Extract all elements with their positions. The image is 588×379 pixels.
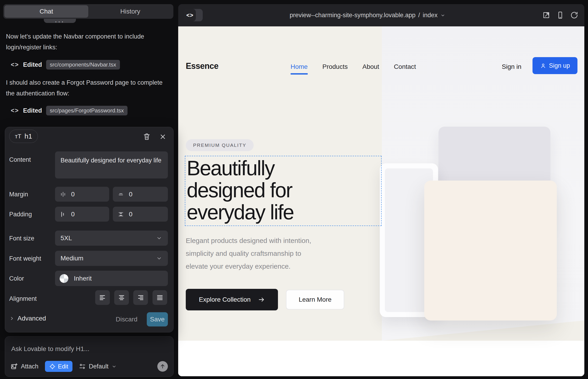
padding-y-input[interactable]: 0 (113, 207, 168, 222)
nav-contact[interactable]: Contact (394, 63, 416, 70)
hero-paragraph-line: simplicity and quality craftsmanship to (186, 247, 311, 260)
element-editor-panel: ᴛT h1 Content Beautifully designed for e… (5, 127, 174, 332)
close-icon (159, 133, 167, 141)
hero-heading-line: Beautifully (187, 157, 382, 179)
preview-browser-frame: <> preview--charming-site-symphony.lovab… (178, 4, 584, 376)
refresh-icon (570, 11, 578, 19)
composer-toolbar: Attach Edit Default (11, 360, 168, 372)
site-logo[interactable]: Essence (186, 61, 218, 71)
padding-label: Padding (9, 211, 32, 218)
align-left-button[interactable] (95, 290, 110, 305)
typography-icon: ᴛT (15, 133, 21, 140)
margin-vertical-icon (117, 191, 124, 198)
padding-vertical-icon (117, 211, 124, 218)
user-icon (540, 63, 546, 69)
align-center-icon (118, 294, 125, 301)
padding-x-value: 0 (71, 211, 75, 218)
edited-label: Edited (23, 61, 42, 68)
edited-label: Edited (23, 107, 42, 114)
font-weight-select[interactable]: Medium (55, 251, 168, 266)
close-editor-button[interactable] (158, 132, 167, 141)
url-page: index (423, 12, 438, 19)
browser-toolbar: <> preview--charming-site-symphony.lovab… (178, 4, 584, 26)
attach-button[interactable]: Attach (11, 363, 39, 370)
tab-chat[interactable]: Chat (4, 5, 88, 18)
target-icon (49, 363, 56, 370)
font-weight-value: Medium (61, 255, 83, 262)
nav-about[interactable]: About (362, 63, 379, 70)
margin-y-value: 0 (129, 191, 133, 198)
file-chip-navbar[interactable]: src/components/Navbar.tsx (46, 60, 120, 69)
discard-button[interactable]: Discard (115, 316, 138, 323)
premium-quality-badge: PREMIUM QUALITY (186, 139, 254, 151)
decorative-card-cream (424, 181, 557, 320)
sign-up-button[interactable]: Sign up (532, 57, 577, 74)
site-preview: Essence Home Products About Contact Sign… (178, 26, 584, 376)
mobile-view-button[interactable] (556, 11, 564, 19)
open-external-button[interactable] (542, 11, 550, 19)
advanced-toggle[interactable]: Advanced (9, 315, 46, 322)
lovable-app: ... Chat History Now let's update the Na… (0, 0, 588, 379)
font-size-select[interactable]: 5XL (55, 231, 168, 246)
code-icon: <> (11, 61, 19, 68)
hero-paragraph-line: Elegant products designed with intention… (186, 234, 311, 247)
chat-composer: Ask Lovable to modify H1... Attach Edit … (5, 336, 174, 377)
chevron-right-icon (9, 316, 15, 321)
color-label: Color (9, 275, 24, 282)
mobile-phone-icon (556, 11, 564, 19)
browser-actions (542, 11, 578, 19)
font-size-label: Font size (9, 235, 34, 242)
save-button[interactable]: Save (147, 312, 168, 327)
align-right-icon (137, 294, 144, 301)
sign-up-label: Sign up (549, 62, 570, 69)
font-size-value: 5XL (61, 235, 72, 242)
sign-in-link[interactable]: Sign in (502, 63, 522, 70)
chevron-down-icon (111, 364, 117, 369)
chevron-down-icon (156, 235, 162, 241)
edited-file-row: <> Edited src/components/Navbar.tsx (11, 60, 120, 70)
url-host: preview--charming-site-symphony.lovable.… (290, 12, 416, 19)
tab-history-label: History (120, 8, 140, 15)
content-label: Content (9, 156, 31, 163)
margin-x-input[interactable]: 0 (55, 187, 109, 202)
arrow-right-icon (258, 296, 265, 303)
padding-x-input[interactable]: 0 (55, 207, 109, 222)
url-separator: / (418, 12, 420, 19)
delete-element-button[interactable] (142, 132, 151, 141)
selected-tag-chip: ᴛT h1 (9, 130, 38, 143)
padding-y-value: 0 (129, 211, 133, 218)
margin-x-value: 0 (71, 191, 75, 198)
send-button[interactable] (157, 361, 168, 372)
content-input[interactable]: Beautifully designed for everyday life (55, 151, 168, 178)
nav-products[interactable]: Products (323, 63, 348, 70)
url-bar[interactable]: preview--charming-site-symphony.lovable.… (178, 4, 557, 26)
align-center-button[interactable] (114, 290, 129, 305)
color-swatch-icon (60, 274, 68, 283)
nav-home[interactable]: Home (291, 63, 308, 70)
align-right-button[interactable] (133, 290, 148, 305)
align-justify-icon (156, 294, 164, 301)
hero-paragraph: Elegant products designed with intention… (186, 234, 311, 273)
file-chip-forgot-password[interactable]: src/pages/ForgotPassword.tsx (46, 106, 127, 115)
edit-mode-button[interactable]: Edit (45, 361, 73, 372)
trash-icon (143, 133, 151, 141)
learn-more-button[interactable]: Learn More (286, 290, 344, 310)
model-default-select[interactable]: Default (79, 363, 117, 370)
open-external-icon (542, 11, 550, 19)
align-justify-button[interactable] (153, 290, 167, 305)
explore-collection-label: Explore Collection (199, 296, 251, 303)
refresh-button[interactable] (570, 11, 578, 19)
chevron-down-icon (156, 255, 162, 262)
hero-heading-line: designed for (187, 179, 382, 201)
settings-sliders-icon (79, 363, 86, 370)
margin-y-input[interactable]: 0 (113, 187, 168, 202)
composer-input[interactable]: Ask Lovable to modify H1... (11, 345, 90, 353)
explore-collection-button[interactable]: Explore Collection (186, 289, 278, 310)
color-select[interactable]: Inherit (55, 271, 168, 286)
align-left-icon (99, 294, 106, 301)
edit-label: Edit (58, 363, 68, 370)
tab-history[interactable]: History (88, 5, 172, 18)
attach-label: Attach (21, 363, 39, 370)
chat-message: I should also create a Forgot Password p… (6, 77, 168, 99)
hero-heading[interactable]: Beautifully designed for everyday life (187, 157, 382, 223)
